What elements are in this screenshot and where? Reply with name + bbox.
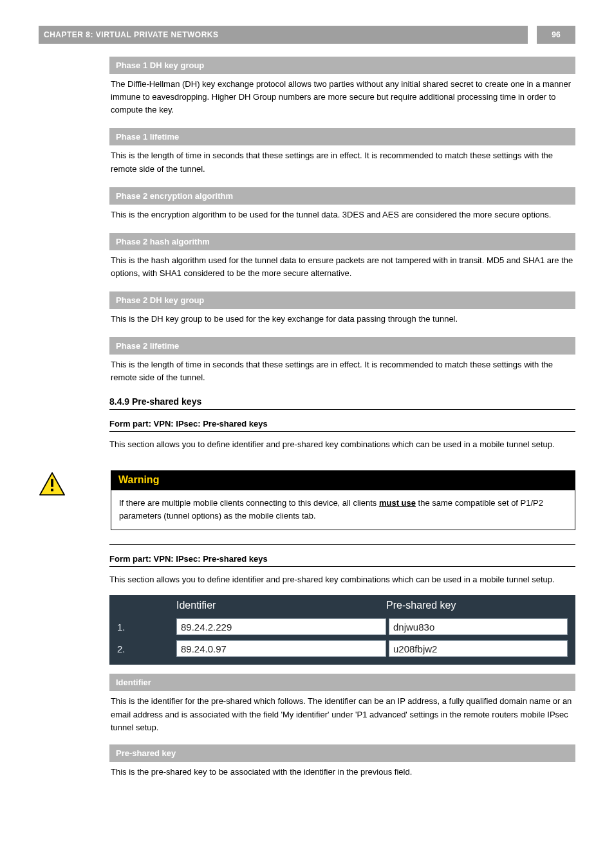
param-head: Phase 2 DH key group (109, 291, 575, 309)
param-body: This is the encryption algorithm to be u… (109, 205, 575, 223)
param-head: Phase 1 lifetime (109, 128, 575, 145)
param-head: Phase 1 DH key group (109, 57, 575, 74)
main-content: Phase 1 DH key group The Diffie-Hellman … (109, 57, 575, 451)
warning-content: Warning If there are multiple mobile cli… (111, 470, 575, 531)
param-phase1-lifetime: Phase 1 lifetime This is the length of t… (109, 128, 575, 176)
param-phase2-dh: Phase 2 DH key group This is the DH key … (109, 291, 575, 327)
section-subtitle: Form part: VPN: IPsec: Pre-shared keys (109, 419, 575, 429)
section-rule (109, 431, 575, 432)
psk-table-header: Identifier Pre-shared key (109, 595, 575, 616)
param-body: This is the length of time in seconds th… (109, 355, 575, 385)
section-intro-repeat: This section allows you to define identi… (109, 573, 575, 586)
param-body: This is the DH key group to be used for … (109, 309, 575, 327)
header-gap (528, 26, 537, 44)
psk-screenshot: Identifier Pre-shared key 1. 2. (109, 595, 575, 665)
param-phase2-hash: Phase 2 hash algorithm This is the hash … (109, 233, 575, 281)
caption-identifier-head: Identifier (109, 674, 575, 691)
param-body: This is the hash algorithm used for the … (109, 250, 575, 281)
header-title: CHAPTER 8: VIRTUAL PRIVATE NETWORKS (39, 26, 528, 44)
psk-key-input[interactable] (389, 618, 568, 635)
param-head: Phase 2 lifetime (109, 337, 575, 355)
psk-row: 2. (109, 638, 575, 660)
psk-row-number: 1. (117, 622, 176, 633)
warning-icon (39, 472, 66, 496)
caption-key-head: Pre-shared key (109, 744, 575, 762)
psk-key-input[interactable] (389, 640, 568, 657)
section-rule (109, 409, 575, 410)
caption-identifier-body: This is the identifier for the pre-share… (109, 691, 575, 735)
caption-key-body: This is the pre-shared key to be associa… (109, 762, 575, 780)
param-phase2-lifetime: Phase 2 lifetime This is the length of t… (109, 337, 575, 385)
svg-rect-2 (51, 488, 53, 491)
psk-section: Form part: VPN: IPsec: Pre-shared keys T… (109, 544, 575, 780)
section-rule (109, 566, 575, 567)
param-head: Phase 2 hash algorithm (109, 233, 575, 250)
warning-text-prefix: If there are multiple mobile clients con… (119, 498, 379, 508)
psk-identifier-input[interactable] (176, 618, 386, 635)
svg-rect-1 (51, 479, 53, 486)
param-phase1-dh: Phase 1 DH key group The Diffie-Hellman … (109, 57, 575, 118)
psk-col-identifier: Identifier (176, 600, 386, 611)
section-subtitle-repeat: Form part: VPN: IPsec: Pre-shared keys (109, 554, 575, 564)
header-page-number: 96 (537, 26, 575, 44)
warning-block: Warning If there are multiple mobile cli… (39, 470, 575, 531)
page-header: CHAPTER 8: VIRTUAL PRIVATE NETWORKS 96 (39, 26, 575, 44)
section-rule (109, 544, 575, 545)
param-body: This is the length of time in seconds th… (109, 145, 575, 176)
warning-head: Warning (111, 470, 575, 490)
psk-identifier-input[interactable] (176, 640, 386, 657)
psk-row: 1. (109, 616, 575, 638)
psk-row-number: 2. (117, 643, 176, 654)
warning-text-underline: must use (379, 498, 416, 508)
section-title-849: 8.4.9 Pre-shared keys (109, 396, 575, 407)
warning-body: If there are multiple mobile clients con… (111, 490, 575, 531)
section-intro: This section allows you to define identi… (109, 438, 575, 451)
param-head: Phase 2 encryption algorithm (109, 187, 575, 205)
param-body: The Diffie-Hellman (DH) key exchange pro… (109, 74, 575, 118)
param-phase2-enc: Phase 2 encryption algorithm This is the… (109, 187, 575, 223)
psk-col-key: Pre-shared key (386, 600, 568, 611)
